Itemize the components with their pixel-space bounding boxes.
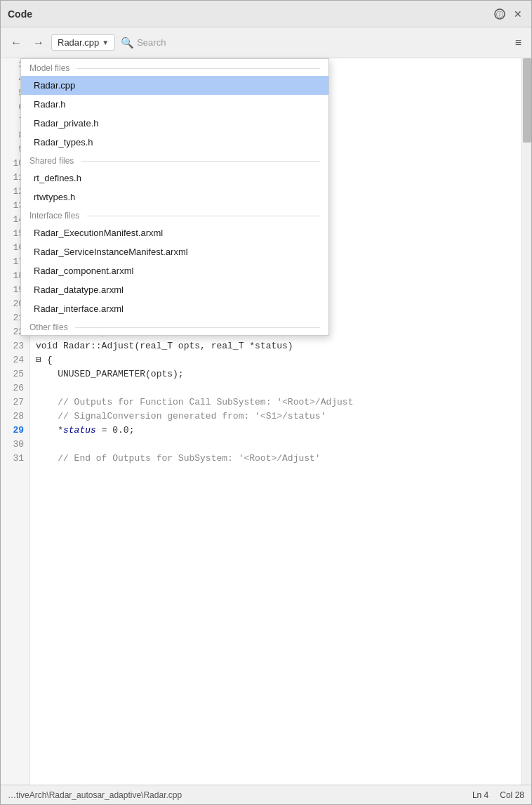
section-interface-files: Interface files (21, 207, 328, 223)
file-dropdown: Model files Radar.cpp Radar.h Radar_priv… (20, 58, 329, 336)
line-num-23: 23 (1, 339, 29, 353)
code-line-25: UNUSED_PARAMETER(opts); (36, 367, 516, 381)
ln-label: Ln 4 (472, 790, 488, 800)
search-area: 🔍 Search (121, 37, 166, 49)
close-icon[interactable]: ✕ (512, 8, 524, 20)
section-model-files: Model files (21, 59, 328, 76)
code-line-30 (36, 438, 516, 452)
code-line-27: // Outputs for Function Call SubSystem: … (36, 395, 516, 410)
line-num-26: 26 (1, 381, 29, 395)
line-num-25: 25 (1, 367, 29, 381)
dropdown-item-radar-cpp[interactable]: Radar.cpp (21, 76, 328, 95)
line-num-28: 28 (1, 410, 29, 424)
svg-text:ⓘ: ⓘ (496, 11, 503, 18)
title-bar-controls: ⓘ ✕ (493, 8, 524, 20)
dropdown-item-interface-arxml[interactable]: Radar_interface.arxml (21, 299, 328, 318)
toolbar: ← → Radar.cpp ▼ 🔍 Search ≡ Model files R… (1, 27, 531, 58)
dropdown-item-radar-types-h[interactable]: Radar_types.h (21, 133, 328, 152)
line-num-27: 27 (1, 395, 29, 410)
code-line-24: ⊟ { (36, 353, 516, 367)
status-bar: …tiveArch\Radar_autosar_adaptive\Radar.c… (1, 785, 531, 804)
line-num-29: 29 (1, 424, 29, 438)
search-label: Search (137, 37, 166, 48)
line-num-30: 30 (1, 438, 29, 452)
code-line-28: // SignalConversion generated from: '<S1… (36, 410, 516, 424)
menu-icon[interactable]: ≡ (511, 34, 526, 52)
code-line-26 (36, 381, 516, 395)
dropdown-item-rt-defines-h[interactable]: rt_defines.h (21, 169, 328, 188)
col-label: Col 28 (500, 790, 524, 800)
forward-button[interactable]: → (29, 34, 48, 52)
dropdown-scroll[interactable]: Model files Radar.cpp Radar.h Radar_priv… (21, 59, 328, 335)
dropdown-item-rtwtypes-h[interactable]: rtwtypes.h (21, 188, 328, 207)
title-bar: Code ⓘ ✕ (1, 1, 531, 27)
scrollbar-thumb[interactable] (523, 58, 531, 143)
back-button[interactable]: ← (6, 34, 26, 52)
dropdown-item-radar-private-h[interactable]: Radar_private.h (21, 114, 328, 133)
file-selector-name: Radar.cpp (58, 37, 99, 48)
dropdown-item-datatype-arxml[interactable]: Radar_datatype.arxml (21, 280, 328, 299)
code-line-29: *status = 0.0; (36, 424, 516, 438)
code-line-31: // End of Outputs for SubSystem: '<Root>… (36, 452, 516, 466)
file-selector[interactable]: Radar.cpp ▼ (51, 34, 115, 51)
line-num-31: 31 (1, 452, 29, 466)
dropdown-item-service-manifest[interactable]: Radar_ServiceInstanceManifest.arxml (21, 242, 328, 261)
dropdown-arrow-icon: ▼ (102, 39, 109, 46)
search-icon[interactable]: 🔍 (121, 37, 134, 49)
info-icon[interactable]: ⓘ (493, 8, 506, 20)
window-title: Code (8, 8, 32, 20)
code-line-23: void Radar::Adjust(real_T opts, real_T *… (36, 339, 516, 353)
status-position: Ln 4 Col 28 (472, 790, 524, 800)
dropdown-item-radar-h[interactable]: Radar.h (21, 95, 328, 114)
dropdown-item-component-arxml[interactable]: Radar_component.arxml (21, 261, 328, 280)
dropdown-item-exec-manifest[interactable]: Radar_ExecutionManifest.arxml (21, 223, 328, 242)
right-scrollbar[interactable] (521, 58, 531, 785)
section-other-files: Other files (21, 318, 328, 335)
main-window: Code ⓘ ✕ ← → Radar.cpp ▼ 🔍 Search ≡ Mode… (0, 0, 532, 805)
line-num-24: 24 (1, 353, 29, 367)
section-shared-files: Shared files (21, 152, 328, 169)
status-path: …tiveArch\Radar_autosar_adaptive\Radar.c… (8, 790, 182, 800)
